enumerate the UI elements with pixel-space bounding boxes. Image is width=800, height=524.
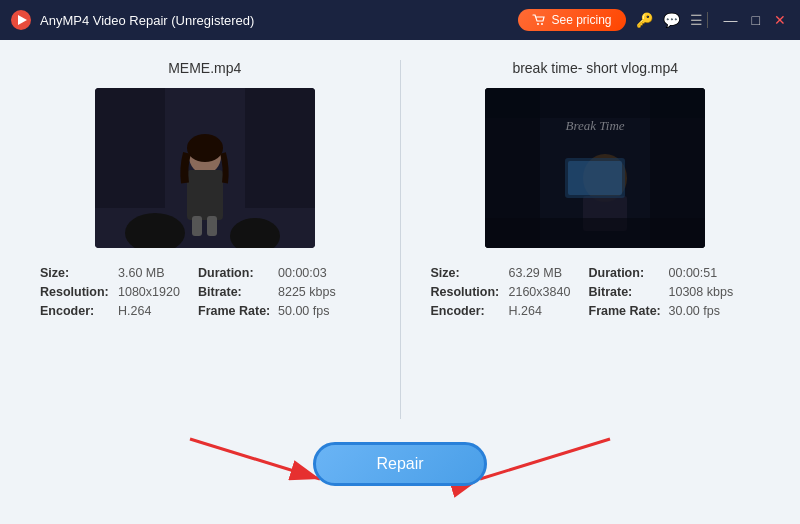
right-framerate-value: 30.00 fps xyxy=(669,304,720,318)
right-duration-value: 00:00:51 xyxy=(669,266,718,280)
right-framerate-label: Frame Rate: xyxy=(589,304,669,318)
maximize-button[interactable]: □ xyxy=(748,12,764,28)
svg-rect-10 xyxy=(207,216,217,236)
right-size-value: 63.29 MB xyxy=(509,266,589,280)
left-video-info: Size: 3.60 MB Duration: 00:00:03 Resolut… xyxy=(30,266,380,323)
right-encoder-row: Encoder: H.264 Frame Rate: 30.00 fps xyxy=(431,304,761,318)
svg-rect-24 xyxy=(485,218,705,248)
svg-rect-19 xyxy=(568,161,622,195)
svg-rect-8 xyxy=(187,170,223,220)
left-encoder-value: H.264 xyxy=(118,304,198,318)
right-encoder-label: Encoder: xyxy=(431,304,509,318)
right-size-label: Size: xyxy=(431,266,509,280)
right-resolution-row: Resolution: 2160x3840 Bitrate: 10308 kbp… xyxy=(431,285,761,299)
right-encoder-value: H.264 xyxy=(509,304,589,318)
left-resolution-label: Resolution: xyxy=(40,285,118,299)
menu-icon[interactable]: ☰ xyxy=(690,12,703,28)
svg-rect-12 xyxy=(95,88,165,208)
right-size-row: Size: 63.29 MB Duration: 00:00:51 xyxy=(431,266,761,280)
right-bitrate-label: Bitrate: xyxy=(589,285,669,299)
videos-row: MEME.mp4 xyxy=(30,60,770,419)
left-video-filename: MEME.mp4 xyxy=(168,60,241,76)
close-button[interactable]: ✕ xyxy=(770,12,790,28)
svg-point-3 xyxy=(541,23,543,25)
left-framerate-label: Frame Rate: xyxy=(198,304,278,318)
minimize-button[interactable]: — xyxy=(720,12,742,28)
left-size-row: Size: 3.60 MB Duration: 00:00:03 xyxy=(40,266,370,280)
panel-divider xyxy=(400,60,401,419)
main-content: MEME.mp4 xyxy=(0,40,800,524)
chat-icon[interactable]: 💬 xyxy=(663,12,680,28)
left-size-label: Size: xyxy=(40,266,118,280)
bottom-action-area: Repair xyxy=(30,419,770,509)
svg-rect-9 xyxy=(192,216,202,236)
cart-icon xyxy=(532,14,546,26)
svg-point-2 xyxy=(537,23,539,25)
right-thumb-svg: Break Time xyxy=(485,88,705,248)
right-resolution-value: 2160x3840 xyxy=(509,285,589,299)
left-encoder-label: Encoder: xyxy=(40,304,118,318)
app-title: AnyMP4 Video Repair (Unregistered) xyxy=(40,13,518,28)
right-video-thumbnail: Break Time xyxy=(485,88,705,248)
right-duration-label: Duration: xyxy=(589,266,669,280)
see-pricing-button[interactable]: See pricing xyxy=(518,9,625,31)
right-video-filename: break time- short vlog.mp4 xyxy=(512,60,678,76)
left-duration-value: 00:00:03 xyxy=(278,266,327,280)
right-video-info: Size: 63.29 MB Duration: 00:00:51 Resolu… xyxy=(421,266,771,323)
title-bar: AnyMP4 Video Repair (Unregistered) See p… xyxy=(0,0,800,40)
left-resolution-row: Resolution: 1080x1920 Bitrate: 8225 kbps xyxy=(40,285,370,299)
left-duration-label: Duration: xyxy=(198,266,278,280)
svg-rect-13 xyxy=(245,88,315,208)
left-video-panel: MEME.mp4 xyxy=(30,60,380,419)
left-thumb-svg xyxy=(95,88,315,248)
divider xyxy=(707,12,708,28)
left-bitrate-value: 8225 kbps xyxy=(278,285,336,299)
left-video-thumbnail xyxy=(95,88,315,248)
svg-rect-23 xyxy=(485,88,705,118)
right-resolution-label: Resolution: xyxy=(431,285,509,299)
app-logo-icon xyxy=(10,9,32,31)
repair-button[interactable]: Repair xyxy=(313,442,486,486)
left-resolution-value: 1080x1920 xyxy=(118,285,198,299)
right-bitrate-value: 10308 kbps xyxy=(669,285,734,299)
left-bitrate-label: Bitrate: xyxy=(198,285,278,299)
window-controls: — □ ✕ xyxy=(720,12,790,28)
title-bar-icons: 🔑 💬 ☰ xyxy=(636,12,703,28)
svg-text:Break Time: Break Time xyxy=(566,118,625,133)
left-framerate-value: 50.00 fps xyxy=(278,304,329,318)
search-icon[interactable]: 🔑 xyxy=(636,12,653,28)
left-size-value: 3.60 MB xyxy=(118,266,198,280)
svg-point-11 xyxy=(187,134,223,162)
left-encoder-row: Encoder: H.264 Frame Rate: 50.00 fps xyxy=(40,304,370,318)
right-video-panel: break time- short vlog.mp4 Break Time xyxy=(421,60,771,419)
